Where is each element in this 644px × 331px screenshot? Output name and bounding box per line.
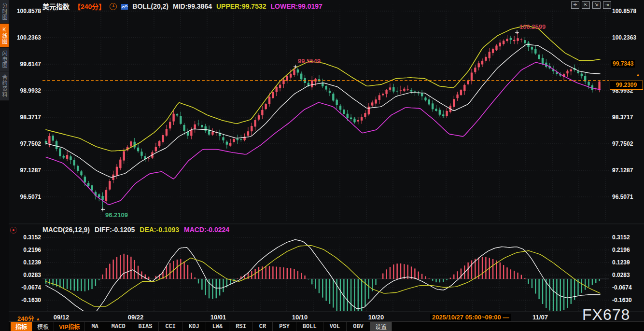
hover-datetime-label: 2025/10/27 05:00~09:00 — <box>430 314 511 321</box>
sidebar-item-chart-type[interactable]: 合约资料 <box>0 71 9 101</box>
watermark: FX678 <box>582 306 630 324</box>
indicator-name: BOLL(20,2) <box>132 2 168 10</box>
tab-VIP指标[interactable]: VIP指标 <box>54 322 85 331</box>
upper-band-axis-tag: 99.7343 <box>611 60 635 68</box>
chart-header: 美元指数 【240分】 + BOLL(20,2) MID:99.3864 UPP… <box>42 1 322 11</box>
tab-模板[interactable]: 模板 <box>32 322 54 331</box>
tab-VOL[interactable]: VOL <box>323 322 347 331</box>
price-arrow-icon: ▲ <box>636 72 640 77</box>
macd-header: MACD(26,12,9) DIFF:-0.1205 DEA:-0.1093 M… <box>42 226 229 234</box>
boll-lower-value: LOWER:99.0197 <box>271 2 322 10</box>
symbol-name: 美元指数 <box>42 1 70 11</box>
mini-chart-icon[interactable] <box>121 3 128 9</box>
indicator-tabbar: 指标模板VIP指标MAMACDBIASCCIKDJLW&RSICRPSYBOLL… <box>9 321 644 331</box>
macd-name: MACD(26,12,9) <box>42 226 90 234</box>
tab-设置[interactable]: 设置 <box>370 322 392 331</box>
add-circle-icon[interactable]: + <box>110 3 117 10</box>
tab-CR[interactable]: CR <box>253 322 273 331</box>
jump-to-latest-icon[interactable]: ⇥ <box>603 1 611 9</box>
chart-toolbar: ✛⇱⇲⇥ <box>571 1 611 9</box>
sidebar-item-chart-type[interactable]: 分时图 <box>0 0 9 24</box>
sidebar-item-active[interactable]: K线图 <box>0 24 9 48</box>
sidebar-item-chart-type[interactable]: 闪电图 <box>0 48 9 71</box>
triangle-up-icon: ▲ <box>36 317 40 321</box>
crosshair-icon[interactable]: ✛ <box>571 1 579 9</box>
x-axis-date: 11/07 <box>532 314 548 321</box>
x-axis-date: 10/20 <box>368 314 384 321</box>
tab-BIAS[interactable]: BIAS <box>132 322 159 331</box>
price-annotation: 100.3599 <box>519 23 546 30</box>
tab-BOLL[interactable]: BOLL <box>296 322 323 331</box>
chart-application-window: 99.5549100.359996.2109 分时图K线图闪电图合约资料 美元指… <box>0 0 644 331</box>
boll-mid-value: MID:99.3864 <box>173 2 212 10</box>
tab-CCI[interactable]: CCI <box>159 322 182 331</box>
macd-diff-value: DIFF:-0.1205 <box>95 226 135 234</box>
macd-macd-value: MACD:-0.0224 <box>184 226 229 234</box>
timeframe-label[interactable]: 【240分】 <box>74 1 105 11</box>
price-annotation: 99.5549 <box>298 57 321 65</box>
x-axis-date: 09/22 <box>128 314 144 321</box>
chart-type-sidebar: 分时图K线图闪电图合约资料 <box>0 0 9 331</box>
chart-canvas[interactable]: 99.5549100.359996.2109 <box>0 0 644 331</box>
x-axis-date: 10/01 <box>210 314 226 321</box>
indicator-settings-icon[interactable] <box>10 227 17 234</box>
tab-PSY[interactable]: PSY <box>273 322 296 331</box>
price-annotation: 96.2109 <box>105 211 128 219</box>
zoom-in-axis-icon[interactable]: ⇱ <box>582 1 590 9</box>
boll-upper-value: UPPER:99.7532 <box>216 2 266 10</box>
current-price-tag: 99.2309 <box>610 81 643 90</box>
x-axis-date: 10/10 <box>292 314 308 321</box>
tab-LW&[interactable]: LW& <box>206 322 230 331</box>
tab-RSI[interactable]: RSI <box>229 322 253 331</box>
tab-MA[interactable]: MA <box>85 322 105 331</box>
tab-OBV[interactable]: OBV <box>347 322 370 331</box>
tab-KDJ[interactable]: KDJ <box>182 322 206 331</box>
zoom-out-axis-icon[interactable]: ⇲ <box>592 1 601 9</box>
macd-dea-value: DEA:-0.1093 <box>140 226 179 234</box>
tab-MACD[interactable]: MACD <box>105 322 132 331</box>
tab-指标[interactable]: 指标 <box>11 322 32 331</box>
x-axis-date: 09/12 <box>54 314 70 321</box>
